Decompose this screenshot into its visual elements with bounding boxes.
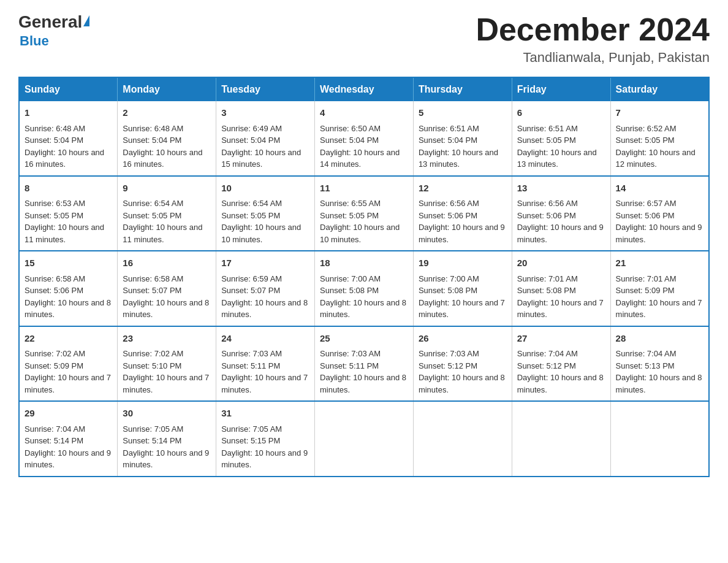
calendar-cell: 31 Sunrise: 7:05 AMSunset: 5:15 PMDaylig… [216, 401, 315, 477]
calendar-cell: 22 Sunrise: 7:02 AMSunset: 5:09 PMDaylig… [19, 326, 118, 402]
day-number: 10 [221, 182, 309, 196]
day-info: Sunrise: 6:58 AMSunset: 5:07 PMDaylight:… [123, 274, 209, 320]
subtitle: Tandlianwala, Punjab, Pakistan [476, 50, 710, 66]
day-info: Sunrise: 6:57 AMSunset: 5:06 PMDaylight:… [616, 199, 702, 244]
day-number: 11 [320, 182, 408, 196]
day-info: Sunrise: 6:56 AMSunset: 5:06 PMDaylight:… [517, 199, 604, 244]
calendar-cell: 3 Sunrise: 6:49 AMSunset: 5:04 PMDayligh… [216, 101, 315, 176]
day-number: 26 [419, 332, 507, 346]
calendar-cell: 16 Sunrise: 6:58 AMSunset: 5:07 PMDaylig… [118, 251, 216, 326]
day-info: Sunrise: 6:52 AMSunset: 5:05 PMDaylight:… [616, 124, 696, 169]
calendar-cell: 6 Sunrise: 6:51 AMSunset: 5:05 PMDayligh… [512, 101, 610, 176]
day-number: 3 [221, 106, 309, 120]
calendar-cell: 11 Sunrise: 6:55 AMSunset: 5:05 PMDaylig… [315, 176, 414, 251]
calendar-cell: 30 Sunrise: 7:05 AMSunset: 5:14 PMDaylig… [118, 401, 216, 477]
calendar-cell [315, 401, 414, 477]
calendar-cell: 15 Sunrise: 6:58 AMSunset: 5:06 PMDaylig… [19, 251, 118, 326]
calendar-cell: 17 Sunrise: 6:59 AMSunset: 5:07 PMDaylig… [216, 251, 315, 326]
day-info: Sunrise: 7:02 AMSunset: 5:10 PMDaylight:… [123, 349, 209, 394]
day-info: Sunrise: 7:00 AMSunset: 5:08 PMDaylight:… [320, 274, 406, 320]
day-number: 8 [25, 182, 112, 196]
title-area: December 2024 Tandlianwala, Punjab, Paki… [476, 12, 710, 66]
day-number: 25 [320, 332, 408, 346]
day-info: Sunrise: 7:03 AMSunset: 5:11 PMDaylight:… [221, 349, 308, 394]
week-row-2: 8 Sunrise: 6:53 AMSunset: 5:05 PMDayligh… [19, 176, 709, 251]
day-info: Sunrise: 7:04 AMSunset: 5:13 PMDaylight:… [616, 349, 702, 394]
day-number: 1 [25, 106, 112, 120]
calendar-cell: 28 Sunrise: 7:04 AMSunset: 5:13 PMDaylig… [610, 326, 709, 402]
day-info: Sunrise: 6:54 AMSunset: 5:05 PMDaylight:… [123, 199, 202, 244]
day-info: Sunrise: 6:51 AMSunset: 5:04 PMDaylight:… [419, 124, 498, 169]
day-number: 6 [517, 106, 605, 120]
calendar-cell: 2 Sunrise: 6:48 AMSunset: 5:04 PMDayligh… [118, 101, 216, 176]
day-number: 18 [320, 256, 408, 270]
day-info: Sunrise: 7:02 AMSunset: 5:09 PMDaylight:… [25, 349, 111, 394]
day-number: 22 [25, 332, 112, 346]
day-number: 9 [123, 182, 211, 196]
day-info: Sunrise: 6:55 AMSunset: 5:05 PMDaylight:… [320, 199, 400, 244]
day-number: 19 [419, 256, 507, 270]
day-info: Sunrise: 6:50 AMSunset: 5:04 PMDaylight:… [320, 124, 400, 169]
calendar-cell: 29 Sunrise: 7:04 AMSunset: 5:14 PMDaylig… [19, 401, 118, 477]
day-info: Sunrise: 7:01 AMSunset: 5:09 PMDaylight:… [616, 274, 702, 320]
day-number: 5 [419, 106, 507, 120]
day-number: 4 [320, 106, 408, 120]
day-info: Sunrise: 7:01 AMSunset: 5:08 PMDaylight:… [517, 274, 604, 320]
calendar-cell: 13 Sunrise: 6:56 AMSunset: 5:06 PMDaylig… [512, 176, 610, 251]
day-info: Sunrise: 7:03 AMSunset: 5:12 PMDaylight:… [419, 349, 505, 394]
day-info: Sunrise: 7:00 AMSunset: 5:08 PMDaylight:… [419, 274, 505, 320]
calendar-cell: 24 Sunrise: 7:03 AMSunset: 5:11 PMDaylig… [216, 326, 315, 402]
page-header: General Blue December 2024 Tandlianwala,… [18, 12, 710, 66]
calendar-cell [512, 401, 610, 477]
calendar-cell: 19 Sunrise: 7:00 AMSunset: 5:08 PMDaylig… [413, 251, 512, 326]
calendar-cell: 27 Sunrise: 7:04 AMSunset: 5:12 PMDaylig… [512, 326, 610, 402]
logo: General Blue [18, 12, 89, 49]
col-header-saturday: Saturday [610, 77, 709, 101]
calendar-cell [610, 401, 709, 477]
day-info: Sunrise: 6:48 AMSunset: 5:04 PMDaylight:… [123, 124, 202, 169]
calendar-cell: 21 Sunrise: 7:01 AMSunset: 5:09 PMDaylig… [610, 251, 709, 326]
calendar-cell: 25 Sunrise: 7:03 AMSunset: 5:11 PMDaylig… [315, 326, 414, 402]
day-info: Sunrise: 6:58 AMSunset: 5:06 PMDaylight:… [25, 274, 111, 320]
calendar-cell: 1 Sunrise: 6:48 AMSunset: 5:04 PMDayligh… [19, 101, 118, 176]
day-number: 24 [221, 332, 309, 346]
day-number: 2 [123, 106, 211, 120]
calendar-cell: 5 Sunrise: 6:51 AMSunset: 5:04 PMDayligh… [413, 101, 512, 176]
day-number: 21 [616, 256, 703, 270]
week-row-1: 1 Sunrise: 6:48 AMSunset: 5:04 PMDayligh… [19, 101, 709, 176]
col-header-tuesday: Tuesday [216, 77, 315, 101]
calendar-cell: 8 Sunrise: 6:53 AMSunset: 5:05 PMDayligh… [19, 176, 118, 251]
col-header-friday: Friday [512, 77, 610, 101]
day-info: Sunrise: 6:56 AMSunset: 5:06 PMDaylight:… [419, 199, 505, 244]
logo-general: General [18, 12, 82, 32]
day-info: Sunrise: 6:51 AMSunset: 5:05 PMDaylight:… [517, 124, 597, 169]
calendar-cell: 12 Sunrise: 6:56 AMSunset: 5:06 PMDaylig… [413, 176, 512, 251]
day-info: Sunrise: 6:53 AMSunset: 5:05 PMDaylight:… [25, 199, 104, 244]
logo-triangle-icon [83, 15, 89, 26]
day-info: Sunrise: 7:05 AMSunset: 5:15 PMDaylight:… [221, 424, 308, 470]
day-info: Sunrise: 7:05 AMSunset: 5:14 PMDaylight:… [123, 424, 209, 470]
week-row-5: 29 Sunrise: 7:04 AMSunset: 5:14 PMDaylig… [19, 401, 709, 477]
calendar-cell: 23 Sunrise: 7:02 AMSunset: 5:10 PMDaylig… [118, 326, 216, 402]
calendar-cell: 7 Sunrise: 6:52 AMSunset: 5:05 PMDayligh… [610, 101, 709, 176]
day-number: 14 [616, 182, 703, 196]
calendar-cell: 4 Sunrise: 6:50 AMSunset: 5:04 PMDayligh… [315, 101, 414, 176]
day-number: 7 [616, 106, 703, 120]
day-info: Sunrise: 6:59 AMSunset: 5:07 PMDaylight:… [221, 274, 308, 320]
day-number: 31 [221, 407, 309, 421]
day-number: 29 [25, 407, 112, 421]
day-info: Sunrise: 7:03 AMSunset: 5:11 PMDaylight:… [320, 349, 406, 394]
col-header-sunday: Sunday [19, 77, 118, 101]
day-number: 12 [419, 182, 507, 196]
calendar-cell: 26 Sunrise: 7:03 AMSunset: 5:12 PMDaylig… [413, 326, 512, 402]
day-number: 30 [123, 407, 211, 421]
day-number: 15 [25, 256, 112, 270]
calendar-table: SundayMondayTuesdayWednesdayThursdayFrid… [18, 77, 710, 477]
day-info: Sunrise: 6:49 AMSunset: 5:04 PMDaylight:… [221, 124, 301, 169]
week-row-3: 15 Sunrise: 6:58 AMSunset: 5:06 PMDaylig… [19, 251, 709, 326]
calendar-cell: 20 Sunrise: 7:01 AMSunset: 5:08 PMDaylig… [512, 251, 610, 326]
calendar-cell: 10 Sunrise: 6:54 AMSunset: 5:05 PMDaylig… [216, 176, 315, 251]
day-number: 20 [517, 256, 605, 270]
day-number: 27 [517, 332, 605, 346]
day-number: 28 [616, 332, 703, 346]
